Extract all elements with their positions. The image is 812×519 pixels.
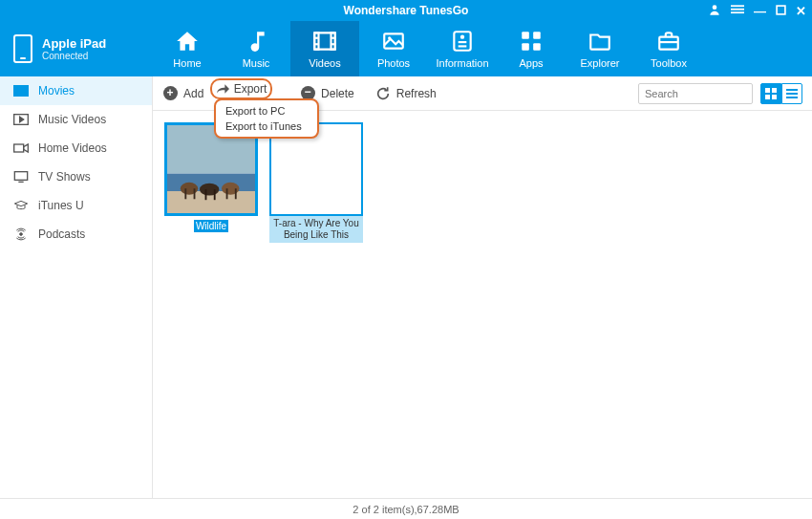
tab-home[interactable]: Home [153,21,222,76]
refresh-button[interactable]: Refresh [375,86,437,101]
status-text: 2 of 2 item(s),67.28MB [353,504,459,515]
svg-rect-3 [731,11,744,13]
svg-rect-5 [314,32,335,49]
svg-rect-19 [533,32,541,39]
tab-music[interactable]: Music [222,21,290,76]
svg-point-51 [200,184,219,196]
export-dropdown: Export Export to PC Export to iTunes [214,98,319,139]
app-title: Wondershare TunesGo [344,4,469,17]
plus-icon: + [163,86,178,100]
svg-point-15 [460,35,464,39]
svg-rect-1 [731,5,744,7]
header: Apple iPad Connected Home Music Videos P… [0,21,812,76]
sidebar: Movies Music Videos Home Videos TV Shows… [0,76,153,498]
svg-rect-6 [314,32,318,49]
video-item-tara[interactable]: T-ara - Why Are You Being Like This [269,122,363,243]
search-box[interactable] [638,83,753,104]
svg-rect-40 [765,88,770,93]
search-input[interactable] [645,88,777,99]
sidebar-item-itunes-u[interactable]: iTunes U [0,191,152,220]
svg-marker-34 [24,144,29,152]
sidebar-item-podcasts[interactable]: Podcasts [0,220,152,249]
sidebar-item-home-videos[interactable]: Home Videos [0,134,152,162]
svg-rect-7 [331,32,335,49]
device-icon [13,34,32,63]
svg-rect-20 [522,43,529,51]
sidebar-item-music-videos[interactable]: Music Videos [0,105,152,134]
sidebar-item-movies[interactable]: Movies [0,76,152,105]
svg-point-50 [181,183,198,195]
device-name: Apple iPad [42,36,106,51]
svg-rect-56 [214,189,216,200]
status-bar: 2 of 2 item(s),67.28MB [0,498,812,519]
svg-rect-41 [772,88,777,93]
device-panel[interactable]: Apple iPad Connected [0,21,153,76]
view-grid-button[interactable] [760,83,781,104]
export-to-itunes[interactable]: Export to iTunes [216,119,317,134]
svg-rect-58 [235,188,237,199]
video-item-wildlife[interactable]: Wildlife [164,122,258,233]
svg-rect-57 [226,188,228,199]
svg-rect-18 [522,32,529,39]
svg-point-13 [388,36,391,39]
svg-rect-21 [533,43,541,51]
svg-rect-33 [14,144,24,152]
view-list-button[interactable] [781,83,802,104]
export-button[interactable]: Export [210,78,272,99]
svg-point-0 [713,5,717,10]
svg-marker-32 [20,117,24,121]
tab-videos[interactable]: Videos [290,21,359,76]
video-label: T-ara - Why Are You Being Like This [269,216,363,243]
toolbar: + Add Export − Delete Refresh [153,76,812,111]
video-label: Wildlife [194,220,228,232]
tab-photos[interactable]: Photos [359,21,428,76]
svg-point-37 [20,233,23,236]
maximize-button[interactable] [776,5,786,17]
svg-point-52 [222,183,239,195]
tab-toolbox[interactable]: Toolbox [634,21,703,76]
tab-apps[interactable]: Apps [497,21,566,76]
add-button[interactable]: + Add [162,86,203,101]
tab-explorer[interactable]: Explorer [566,21,634,76]
svg-rect-24 [14,86,29,97]
close-button[interactable]: ✕ [796,5,806,17]
svg-rect-54 [194,188,196,199]
minimize-button[interactable]: — [754,5,766,17]
titlebar: Wondershare TunesGo — ✕ [0,0,812,21]
tab-information[interactable]: Information [428,21,497,76]
sidebar-item-tv-shows[interactable]: TV Shows [0,162,152,191]
export-to-pc[interactable]: Export to PC [216,103,317,119]
svg-rect-35 [14,172,27,181]
svg-rect-42 [765,95,770,99]
video-grid: Wildlife T-ara - Why Are You Being Like … [153,111,812,498]
svg-rect-2 [731,9,744,11]
export-icon [216,83,229,95]
menu-icon[interactable] [731,3,744,18]
user-icon[interactable] [708,3,721,18]
device-status: Connected [42,51,106,61]
refresh-icon [375,86,391,101]
svg-rect-4 [777,6,785,14]
svg-rect-55 [205,189,207,200]
svg-rect-43 [772,95,777,99]
svg-rect-53 [184,188,186,199]
